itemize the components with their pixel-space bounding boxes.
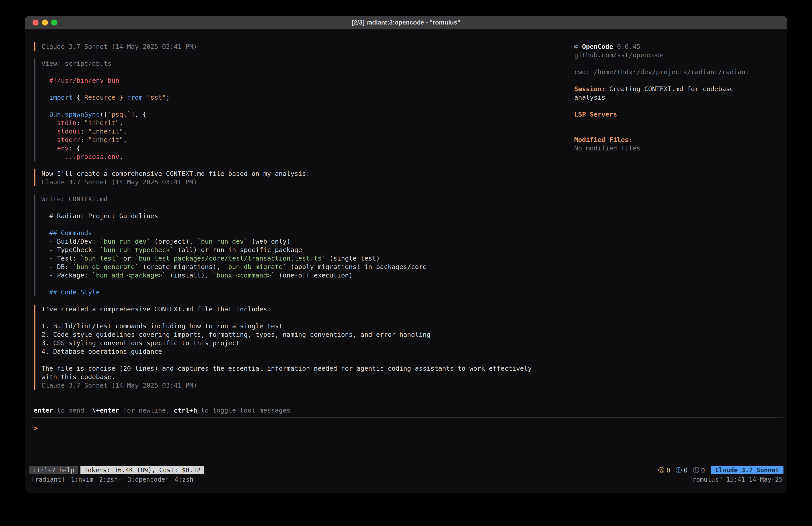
text-segment: Bun	[49, 111, 61, 118]
text-segment: ©	[574, 43, 582, 51]
text-line: I've created a comprehensive CONTEXT.md …	[41, 305, 568, 313]
help-chip[interactable]: ctrl+? help	[29, 466, 78, 474]
assistant-response-block: I've created a comprehensive CONTEXT.md …	[34, 305, 568, 389]
warning-icon: Ⓦ	[658, 466, 665, 474]
tokens-cost-status: Tokens: 16.4K (8%), Cost: $0.12	[81, 466, 204, 474]
text-segment: (install),	[166, 271, 213, 279]
text-line	[41, 85, 568, 93]
text-segment: "inherit"	[84, 119, 119, 127]
text-segment: (project),	[150, 238, 197, 245]
text-segment: ,	[123, 127, 127, 135]
text-segment: "inherit"	[88, 136, 123, 144]
text-segment	[41, 119, 57, 127]
text-segment: Claude 3.7 Sonnet (14 May 2025 03:41 PM)	[41, 43, 197, 51]
keybinding-help: enter to send, \+enter for newline, ctrl…	[25, 406, 783, 415]
text-line: import { Resource } from "sst";	[41, 93, 568, 102]
text-segment: from	[127, 94, 143, 101]
text-segment: `bun test`	[81, 255, 119, 262]
text-line: github.com/sst/opencode	[574, 51, 779, 59]
text-segment: enter	[34, 407, 53, 414]
text-segment: (web only)	[248, 238, 290, 245]
text-segment: 0.0.45	[617, 43, 640, 51]
text-segment: "inherit"	[88, 127, 123, 135]
text-segment: View: script/db.ts	[41, 60, 112, 67]
text-line	[41, 220, 568, 229]
text-line: © OpenCode 0.0.45	[574, 42, 779, 51]
prompt-input[interactable]: >	[25, 424, 783, 432]
text-line	[41, 102, 568, 110]
text-line: # Radiant Project Guidelines	[41, 212, 568, 220]
text-segment: env	[57, 144, 69, 152]
text-segment: Claude 3.7 Sonnet (14 May 2025 03:41 PM)	[41, 178, 197, 186]
text-segment: `bun db migrate`	[224, 263, 287, 271]
text-line: #!/usr/bin/env bun	[41, 76, 568, 85]
text-segment: :	[81, 136, 88, 144]
text-segment: "sst"	[146, 94, 166, 101]
text-segment: - Build/Dev:	[41, 238, 100, 245]
status-bar: ctrl+? help Tokens: 16.4K (8%), Cost: $0…	[29, 466, 783, 475]
prompt-symbol: >	[34, 424, 38, 432]
traffic-lights	[32, 19, 57, 25]
assistant-message-block: Now I'll create a comprehensive CONTEXT.…	[34, 169, 568, 186]
text-segment	[143, 94, 146, 101]
text-segment	[41, 94, 49, 101]
text-segment: #!/usr/bin/env bun	[41, 77, 119, 84]
text-line: cwd: /home/thdxr/dev/projects/radiant/ra…	[574, 68, 779, 76]
text-line: 3. CSS styling conventions specific to t…	[41, 339, 568, 347]
tmux-window-4[interactable]: 4:zsh	[174, 476, 193, 483]
info-counter: ⓘ 0	[676, 466, 688, 474]
text-line: Session: Creating CONTEXT.md for codebas…	[574, 85, 779, 93]
tmux-window-1[interactable]: 1:nvim	[71, 476, 93, 483]
text-segment	[41, 144, 57, 152]
text-segment: ,	[119, 119, 123, 127]
text-segment: Now I'll create a comprehensive CONTEXT.…	[41, 170, 310, 177]
text-line: stdin: "inherit",	[41, 118, 568, 127]
text-segment	[41, 136, 57, 144]
text-segment: github.com/sst/opencode	[574, 51, 664, 59]
text-segment: (all) or run in specific package	[174, 246, 302, 254]
text-line: Bun.spawnSync([`psql`], {	[41, 110, 568, 118]
text-segment: (one-off execution)	[275, 271, 353, 279]
text-line: ...process.env,	[41, 153, 568, 161]
text-segment: ;	[166, 94, 170, 101]
minimize-button[interactable]	[42, 19, 48, 25]
text-line: env: {	[41, 144, 568, 153]
text-segment: import	[49, 94, 73, 101]
text-line: analysis	[574, 93, 779, 102]
zoom-button[interactable]	[51, 19, 57, 25]
text-segment: (apply migrations) in packages/core	[287, 263, 427, 271]
text-segment: ## Code Style	[49, 288, 100, 296]
text-segment: stdin	[57, 119, 76, 127]
text-segment: (single test)	[325, 255, 380, 262]
text-segment: `psql`	[107, 111, 131, 118]
text-segment	[41, 111, 49, 118]
text-segment: to toggle tool messages	[197, 407, 290, 414]
window-title: [2/3] radiant:3:opencode - "romulus"	[352, 19, 460, 26]
text-line	[41, 313, 568, 322]
text-segment: Claude 3.7 Sonnet (14 May 2025 03:41 PM)	[41, 382, 197, 389]
text-segment	[41, 229, 49, 237]
text-segment	[41, 288, 49, 296]
tmux-window-2[interactable]: 2:zsh-	[99, 476, 122, 483]
text-segment: `bunx <command>`	[213, 271, 275, 279]
text-line	[574, 118, 779, 127]
close-button[interactable]	[32, 19, 39, 25]
text-segment: Modified Files:	[574, 136, 633, 144]
text-segment: 2. Code style guidelines covering import…	[41, 331, 431, 338]
model-chip[interactable]: Claude 3.7 Sonnet	[711, 466, 783, 474]
text-line	[574, 59, 779, 68]
view-tool-block: View: script/db.ts #!/usr/bin/env bun im…	[34, 59, 568, 161]
text-line: with this codebase.	[41, 373, 568, 381]
warning-count: 0	[667, 467, 670, 474]
text-segment: - DB:	[41, 263, 73, 271]
text-line: The file is concise (20 lines) and captu…	[41, 364, 568, 373]
tmux-window-3[interactable]: 3:opencode*	[128, 476, 169, 483]
text-segment	[41, 153, 65, 160]
text-line	[41, 68, 568, 76]
text-line: stdout: "inherit",	[41, 127, 568, 136]
text-segment: .	[61, 111, 64, 118]
text-segment: spawnSync	[65, 111, 100, 118]
text-segment: `bun add <package>`	[92, 271, 166, 279]
text-segment: `bun db generate`	[73, 263, 139, 271]
text-segment: ], {	[131, 111, 147, 118]
